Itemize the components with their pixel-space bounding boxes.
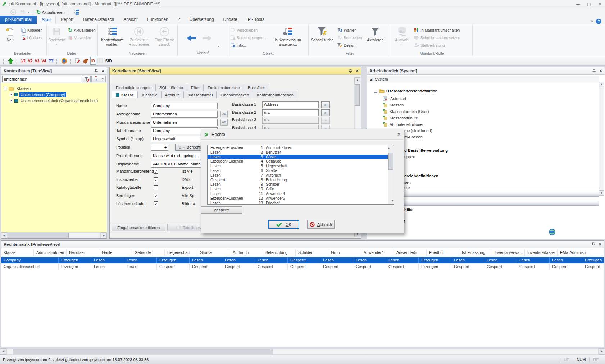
sheet-tab[interactable]: Filter [187, 84, 204, 91]
rights-row[interactable]: Lesen 6 Straße [208, 168, 388, 173]
edit-page-icon[interactable] [74, 57, 82, 65]
rights-row[interactable]: Lesen 5 Liegenschaft [208, 164, 388, 168]
matrix-column-header[interactable]: Administratoren [34, 249, 67, 256]
workspace-item-klassenformeln[interactable]: Klassenformeln (User) [383, 109, 429, 114]
workspace-item-klassen[interactable]: Klassen [383, 103, 404, 107]
workspace-item-fragment[interactable]: m-Ebenen [404, 135, 423, 139]
id-button[interactable]: iD [90, 57, 96, 65]
matrix-row[interactable]: Organisationseinheit Erzeugen Lesen Lese… [1, 264, 604, 270]
v1-button[interactable]: V1 [20, 57, 27, 65]
eingabemaske-editieren-button[interactable]: Eingabemaske editieren [112, 224, 165, 231]
neu-button[interactable]: Neu [1, 25, 19, 51]
globe-icon[interactable] [549, 228, 556, 236]
workspace-item-attributedefinitionen[interactable]: Attributedefinitionen [383, 122, 424, 127]
save-icon[interactable] [19, 9, 26, 15]
pin-icon[interactable] [349, 69, 352, 73]
pin-icon[interactable] [94, 69, 98, 73]
matrix-column-header[interactable]: Benutzer [67, 249, 99, 256]
sheet-tab[interactable]: Eindeutigkeitsregeln [112, 84, 155, 91]
ribbon-tab[interactable]: IP - Tools [242, 16, 269, 24]
workspace-item-fragment[interactable]: uppen [404, 155, 415, 159]
question-marks-button[interactable]: ?? [47, 57, 55, 65]
dialog-close-icon[interactable]: ✕ [397, 132, 401, 137]
help-icon[interactable]: ? [596, 19, 601, 24]
schreibmandant-button[interactable]: Schreibmandant setzen [413, 34, 461, 41]
ribbon-tab[interactable]: Start [37, 16, 56, 24]
basisklasse-field[interactable]: n.v. [262, 109, 319, 116]
rights-row[interactable]: Erzeugen+Löschen 1 Administratoren [208, 145, 388, 150]
rights-row[interactable]: Erzeugen+Löschen 4 Gebäude [208, 159, 388, 164]
matrix-row[interactable]: Company Erzeugen Lesen Lesen Erzeugen Le… [1, 257, 604, 264]
basisklasse-picker-button[interactable]: » [321, 101, 330, 108]
workspace-folder-item[interactable]: − Userdatenbereichdefinition [374, 89, 437, 93]
close-panel-icon[interactable]: ✕ [100, 69, 105, 73]
ribbon-tab[interactable]: Übersetzung [185, 16, 219, 24]
filter-aktivieren-button[interactable]: Aktivieren [364, 25, 386, 51]
pin-icon[interactable] [591, 242, 595, 246]
stellvertretung-button[interactable]: Stellvertretung [413, 42, 461, 49]
refresh-button[interactable]: ↻ Aktualisieren [35, 9, 66, 15]
matrix-column-header[interactable]: Anwender4 [361, 249, 394, 256]
schnellsuche-button[interactable]: Schnellsuche [310, 25, 335, 51]
checkbox[interactable]: ✓ [154, 169, 158, 174]
expand-icon[interactable]: + [10, 93, 13, 96]
matrix-column-header[interactable]: Klasse [1, 249, 34, 256]
app-menu-tab[interactable]: pit-Kommunal [0, 16, 37, 24]
bloodhound-icon[interactable] [82, 57, 90, 65]
aktualisieren-button[interactable]: ↻ Aktualisieren [67, 27, 97, 33]
history-forward-icon[interactable] [202, 35, 213, 42]
in-kontextbaum-anzeigen-button[interactable]: in Kontextbaum anzeigen... [268, 25, 307, 51]
auswahl-button[interactable]: Auswahl ▾ [392, 25, 412, 51]
mandant-umschalten-button[interactable]: In Mandant umschalten [413, 27, 461, 33]
close-panel-icon[interactable]: ✕ [597, 242, 602, 247]
collapse-icon[interactable]: − [4, 87, 7, 90]
ribbon-tab[interactable]: Report [56, 16, 78, 24]
verschieben-button[interactable]: Verschieben [229, 27, 268, 33]
rights-row[interactable]: Lesen 3 Gäste [208, 155, 388, 159]
workspace-item-fragment[interactable]: ute [404, 186, 410, 190]
matrix-column-header[interactable]: Gäste [99, 249, 132, 256]
checkbox[interactable]: ✓ [154, 185, 158, 190]
workspace-item-fragment[interactable]: d Basisfilterverwaltung [404, 148, 448, 153]
sheet-tab[interactable]: Eingabemasken [217, 91, 253, 98]
matrix-column-header[interactable]: Aufbruch [230, 249, 263, 256]
rights-listbox[interactable]: Erzeugen+Löschen 1 Administratoren Lesen… [207, 145, 394, 205]
ribbon-tab[interactable]: ? [173, 16, 185, 24]
basisklasse-field[interactable]: n.v. [262, 117, 319, 124]
tree-item[interactable]: + Unternehmen (Company) [7, 91, 107, 97]
matrix-column-header[interactable]: EMa-Administr [558, 249, 590, 256]
system-group-row[interactable]: ◢ System [367, 76, 599, 82]
matrix-column-header[interactable]: Grün [328, 249, 361, 256]
matrix-column-header[interactable]: Inventarverwa... [492, 249, 525, 256]
sid-button[interactable]: SID [104, 57, 113, 65]
position-input[interactable] [151, 144, 168, 151]
tree-item[interactable]: + Unternehmenseinheit (Organisationseinh… [7, 97, 107, 104]
v3-button[interactable]: V3 [34, 57, 41, 65]
tree-hscrollbar[interactable]: ◀ ▶ [1, 232, 107, 238]
sheet-tab[interactable]: SQL - Skripte [155, 84, 187, 91]
sheet-tab[interactable]: Kontextbaumebenen [253, 91, 297, 98]
clear-filter-button[interactable]: ✗ [82, 76, 91, 82]
rights-list-scrollbar[interactable]: ▴ ▾ [388, 145, 394, 204]
close-panel-icon[interactable]: ✕ [598, 69, 603, 73]
org-chart-icon[interactable] [72, 9, 80, 15]
abbruch-button[interactable]: Abbruch [307, 220, 335, 229]
collapse-icon[interactable]: − [374, 90, 377, 93]
ribbon-tab[interactable]: Datenaustausch [78, 16, 119, 24]
sheet-tab[interactable]: Funktionsbereiche [204, 84, 244, 91]
history-dropdown-icon[interactable]: ▾ [218, 45, 219, 48]
up-arrow-icon[interactable] [7, 57, 15, 65]
matrix-column-header[interactable]: Gebäude [132, 249, 165, 256]
rights-row[interactable]: Lesen 10 Grün [208, 187, 388, 191]
matrix-column-header[interactable]: Beleuchtung [263, 249, 296, 256]
ribbon-tab[interactable]: Update [219, 16, 242, 24]
history-back-icon[interactable] [186, 35, 197, 42]
basisklasse-picker-button[interactable]: » [321, 109, 330, 116]
eine-ebene-zurueck-button[interactable]: Eine Ebene zurück [152, 25, 177, 51]
checkbox[interactable]: ✓ [154, 194, 158, 198]
matrix-column-header[interactable]: Friedhof [427, 249, 459, 256]
checkbox[interactable]: ✓ [154, 177, 158, 182]
browser-globe-icon[interactable] [60, 57, 68, 65]
workspace-item-autostart[interactable]: :Autostart [383, 96, 406, 101]
filter-design-button[interactable]: Design [336, 42, 363, 49]
